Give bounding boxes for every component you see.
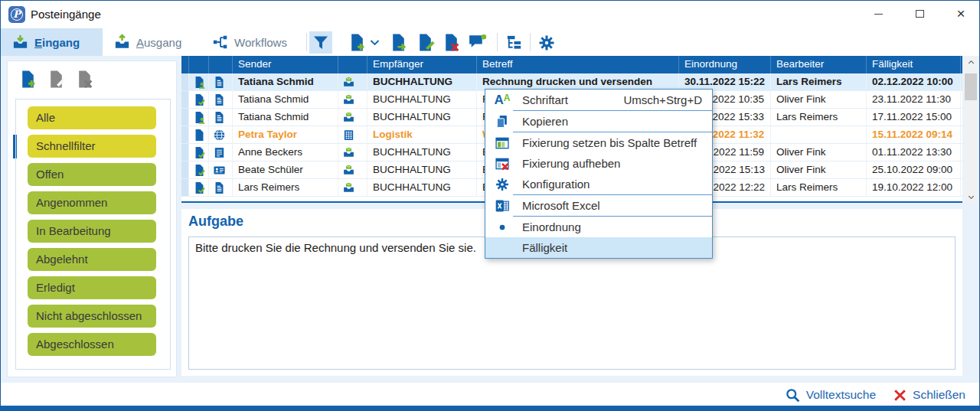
recipient-cell: BUCHHALTUNG — [368, 179, 477, 196]
window-title: Posteingänge — [31, 1, 101, 28]
minimize-button[interactable] — [863, 1, 893, 27]
tab-eingang[interactable]: Eingang — [1, 28, 103, 56]
doc-check-icon — [193, 164, 206, 177]
filter-nicht-abgeschlossen[interactable]: Nicht abgeschlossen — [28, 305, 156, 328]
recipient-cell: BUCHHALTUNG — [368, 144, 477, 161]
filter-in-bearbeitung[interactable]: In Bearbeitung — [28, 220, 156, 243]
forward-document-button[interactable] — [387, 31, 410, 54]
filter-button[interactable] — [309, 31, 332, 54]
recipient-cell: BUCHHALTUNG — [368, 91, 477, 108]
assignee-cell: Oliver Fink — [771, 91, 867, 108]
inbox-envelope-icon — [342, 164, 355, 177]
assignee-cell: Lars Reimers — [771, 179, 867, 196]
menu-item-einordnung[interactable]: Einordnung — [485, 217, 712, 237]
assignee-cell: Oliver Fink — [771, 161, 867, 178]
delete-document-button[interactable] — [439, 31, 462, 54]
edit-document-button[interactable] — [413, 31, 436, 54]
delete-document-icon — [442, 33, 461, 52]
subject-cell: Rechnung drucken und versenden — [477, 73, 679, 90]
inbox-envelope-icon — [342, 111, 355, 124]
search-icon — [785, 387, 801, 403]
edit-document-icon — [416, 33, 435, 52]
menu-item-fixierung-setzen[interactable]: Fixierung setzen bis Spalte Betreff — [485, 132, 712, 153]
recipient-cell: BUCHHALTUNG — [368, 109, 477, 126]
inbox-envelope-icon — [342, 93, 355, 106]
due-cell: 17.11.2022 15:00 — [867, 109, 961, 126]
assignee-cell: Lars Reimers — [771, 109, 867, 126]
copy-icon — [494, 114, 511, 129]
inbox-tray-icon — [11, 34, 29, 51]
menu-item-faelligkeit[interactable]: Fälligkeit — [485, 237, 712, 258]
filter-sidebar: Alle Schnellfilter Offen Angenommen In B… — [7, 60, 177, 377]
tab-ausgang[interactable]: Ausgang — [103, 28, 198, 56]
settings-icon — [494, 177, 511, 192]
delete-filter-icon[interactable] — [75, 70, 94, 89]
col-faelligkeit[interactable]: Fälligkeit — [867, 56, 961, 73]
edit-filter-icon[interactable] — [47, 70, 66, 89]
menu-shortcut: Umsch+Strg+D — [623, 93, 702, 106]
new-document-button[interactable] — [345, 31, 368, 54]
filter-angenommen[interactable]: Angenommen — [28, 191, 156, 214]
doc-person-icon — [193, 111, 206, 124]
filter-offen[interactable]: Offen — [28, 163, 156, 186]
menu-item-schriftart[interactable]: AA Schriftart Umsch+Strg+D — [485, 90, 712, 110]
due-cell: 23.11.2022 11:30 — [867, 91, 961, 108]
task-heading: Aufgabe — [188, 214, 243, 230]
assignee-cell: Oliver Fink — [771, 144, 867, 161]
maximize-button[interactable] — [904, 1, 935, 27]
menu-item-konfiguration[interactable]: Konfiguration — [485, 174, 712, 194]
filter-erledigt[interactable]: Erledigt — [28, 276, 156, 299]
col-sender[interactable]: Sender — [233, 56, 338, 73]
doc-check-icon — [193, 93, 206, 106]
toolbar-separator — [530, 33, 531, 51]
filter-abgeschlossen[interactable]: Abgeschlossen — [28, 333, 156, 356]
filter-alle[interactable]: Alle — [28, 106, 156, 129]
close-button[interactable]: × — [946, 1, 976, 27]
scrollbar-thumb[interactable] — [965, 73, 977, 100]
document-icon — [213, 111, 226, 124]
context-menu: AA Schriftart Umsch+Strg+D Kopieren Fixi… — [485, 89, 713, 259]
table-scrollbar[interactable] — [964, 56, 978, 204]
menu-item-kopieren[interactable]: Kopieren — [485, 111, 712, 132]
recipient-cell: BUCHHALTUNG — [368, 161, 477, 178]
sender-cell: Lars Reimers — [233, 179, 338, 196]
col-bearbeiter[interactable]: Bearbeiter — [771, 56, 867, 73]
bullet-icon — [494, 220, 511, 234]
due-cell: 02.12.2022 10:00 — [867, 73, 961, 90]
due-cell: 19.10.2022 12:00 — [867, 179, 961, 196]
menu-item-fixierung-aufheben[interactable]: Fixierung aufheben — [485, 153, 712, 174]
freeze-columns-icon — [494, 135, 511, 151]
scroll-down-icon[interactable] — [964, 191, 978, 204]
building-icon — [342, 129, 355, 142]
col-empfaenger[interactable]: Empfänger — [368, 56, 477, 73]
assignee-cell: Lars Reimers — [771, 73, 867, 90]
comment-button[interactable] — [466, 31, 488, 54]
settings-button[interactable] — [535, 31, 558, 54]
doc-check-icon — [193, 146, 206, 159]
tab-workflows[interactable]: Workflows — [201, 28, 301, 56]
comment-icon — [468, 33, 487, 52]
app-logo-icon: P — [8, 6, 25, 23]
workflow-icon — [212, 34, 229, 51]
add-filter-icon[interactable] — [18, 70, 38, 89]
font-icon: AA — [494, 93, 511, 106]
filter-schnellfilter[interactable]: Schnellfilter — [28, 135, 156, 158]
globe-icon — [213, 129, 226, 142]
fulltext-search-link[interactable]: Volltextsuche — [785, 387, 876, 403]
col-betreff[interactable]: Betreff — [477, 56, 679, 73]
close-link[interactable]: Schließen — [893, 388, 965, 403]
page-icon — [213, 146, 226, 159]
scroll-up-icon[interactable] — [964, 56, 978, 69]
doc-person-icon — [193, 76, 206, 89]
tree-view-button[interactable] — [502, 31, 525, 54]
unfreeze-columns-icon — [494, 156, 511, 171]
due-cell: 15.11.2022 09:14 — [867, 126, 961, 143]
new-document-dropdown[interactable] — [367, 31, 382, 54]
col-einordnung[interactable]: Einordnung — [679, 56, 771, 73]
filter-abgelehnt[interactable]: Abgelehnt — [28, 248, 156, 271]
menu-item-microsoft-excel[interactable]: Microsoft Excel — [485, 195, 712, 216]
filter-icon — [312, 34, 330, 52]
close-label: Schließen — [913, 388, 965, 402]
forward-document-icon — [389, 33, 408, 52]
document-icon — [213, 181, 226, 194]
